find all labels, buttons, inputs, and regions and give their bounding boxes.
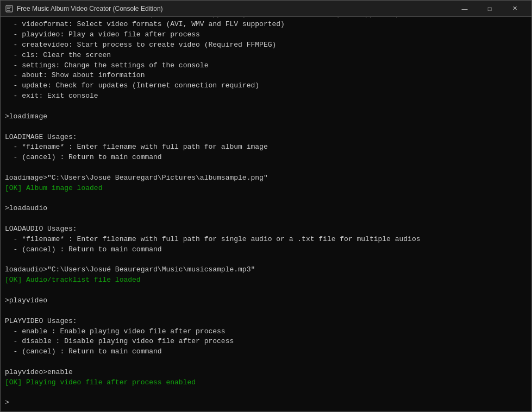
console-line: >loadimage <box>5 112 527 122</box>
console-empty-line <box>5 214 527 224</box>
console-line: - update: Check for updates (Internet co… <box>5 81 527 91</box>
window-title: Free Music Album Video Creator (Console … <box>17 5 452 12</box>
titlebar: Free Music Album Video Creator (Console … <box>1 1 531 17</box>
console-line: [OK] Album image loaded <box>5 183 527 194</box>
minimize-button[interactable]: — <box>452 1 477 17</box>
console-line: >playvideo <box>5 296 527 306</box>
console-line: LOADAUDIO Usages: <box>5 224 527 234</box>
console-line: loadimage>"C:\Users\Josué Beauregard\Pic… <box>5 173 527 183</box>
console-empty-line <box>5 122 527 132</box>
console-empty-line <box>5 194 527 204</box>
console-output[interactable]: Free Music Album Video Creator - Console… <box>1 17 531 411</box>
console-line: PLAYVIDEO Usages: <box>5 316 527 327</box>
console-empty-line <box>5 102 527 112</box>
console-line: - *filename* : Enter filename with full … <box>5 142 527 153</box>
console-line: - enable : Enable playing video file aft… <box>5 327 527 337</box>
console-line: - settings: Change the settings of the c… <box>5 61 527 71</box>
console-empty-line <box>5 357 527 367</box>
console-empty-line <box>5 163 527 173</box>
close-button[interactable]: ✕ <box>502 1 527 17</box>
maximize-button[interactable]: □ <box>477 1 502 17</box>
console-line: [OK] Playing video file after process en… <box>5 378 527 388</box>
console-empty-line <box>5 306 527 316</box>
main-window: Free Music Album Video Creator (Console … <box>0 0 532 412</box>
console-line: - about: Show about information <box>5 71 527 81</box>
console-line: - *filename* : Enter filename with full … <box>5 234 527 245</box>
console-line: - videoformat: Select video formats (AVI… <box>5 20 527 30</box>
console-line: > <box>5 398 527 408</box>
console-line: >loadaudio <box>5 204 527 214</box>
console-line: LOADIMAGE Usages: <box>5 132 527 143</box>
console-empty-line <box>5 286 527 296</box>
window-controls: — □ ✕ <box>452 1 527 17</box>
console-line: loadaudio>"C:\Users\Josué Beauregard\Mus… <box>5 265 527 275</box>
console-empty-line <box>5 255 527 265</box>
console-empty-line <box>5 388 527 398</box>
console-line: - (cancel) : Return to main command <box>5 153 527 163</box>
console-line: playvideo>enable <box>5 367 527 378</box>
console-line: [OK] Audio/tracklist file loaded <box>5 275 527 286</box>
console-line: - (cancel) : Return to main command <box>5 245 527 255</box>
app-icon <box>5 4 14 13</box>
console-line: - exit: Exit console <box>5 91 527 102</box>
console-line: - (cancel) : Return to main command <box>5 347 527 357</box>
console-line: - createvideo: Start process to create v… <box>5 40 527 50</box>
console-line: - cls: Clear the screen <box>5 50 527 61</box>
console-line: - playvideo: Play a video file after pro… <box>5 30 527 40</box>
console-line: - disable : Disable playing video file a… <box>5 337 527 347</box>
